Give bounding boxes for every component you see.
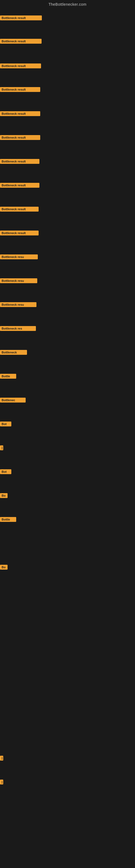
bottleneck-badge-3[interactable]: Bottleneck result [0, 63, 41, 68]
bottleneck-badge-row-15: Bottleneck [0, 350, 27, 356]
bottleneck-badge-19[interactable]: | [0, 445, 3, 450]
bottleneck-badge-24[interactable]: | [0, 756, 3, 761]
bottleneck-badge-row-2: Bottleneck result [0, 39, 42, 45]
bottleneck-badge-row-24: | [0, 756, 3, 762]
bottleneck-badge-row-21: Bo [0, 493, 8, 499]
bottleneck-badge-row-25: | [0, 780, 3, 785]
bottleneck-badge-15[interactable]: Bottleneck [0, 350, 27, 355]
bottleneck-badge-row-17: Bottlenec [0, 398, 26, 404]
bottleneck-badge-10[interactable]: Bottleneck result [0, 230, 39, 236]
bottleneck-badge-11[interactable]: Bottleneck resu [0, 254, 38, 259]
bottleneck-badge-14[interactable]: Bottleneck res [0, 326, 36, 331]
bottleneck-badge-12[interactable]: Bottleneck resu [0, 278, 37, 283]
bottleneck-badge-22[interactable]: Bottle [0, 517, 16, 522]
bottleneck-badge-row-14: Bottleneck res [0, 326, 36, 332]
bottleneck-badge-6[interactable]: Bottleneck result [0, 135, 40, 140]
bottleneck-badge-25[interactable]: | [0, 780, 3, 784]
bottleneck-badge-21[interactable]: Bo [0, 493, 8, 498]
bottleneck-badge-7[interactable]: Bottleneck result [0, 159, 39, 164]
bottleneck-badge-8[interactable]: Bottleneck result [0, 183, 39, 188]
bottleneck-badge-row-1: Bottleneck result [0, 16, 42, 22]
bottleneck-badge-row-6: Bottleneck result [0, 135, 40, 141]
bottleneck-badge-row-18: Bot [0, 422, 11, 428]
bottleneck-badge-20[interactable]: Bot [0, 469, 11, 474]
bottleneck-badge-row-3: Bottleneck result [0, 63, 41, 69]
bottleneck-badge-row-9: Bottleneck result [0, 207, 39, 213]
bottleneck-badge-row-12: Bottleneck resu [0, 278, 37, 284]
bottleneck-badge-17[interactable]: Bottlenec [0, 398, 26, 403]
bottleneck-badge-row-11: Bottleneck resu [0, 254, 38, 260]
bottleneck-badge-row-4: Bottleneck result [0, 87, 40, 93]
bottleneck-badge-row-22: Bottle [0, 517, 16, 523]
bottleneck-badge-row-16: Bottle [0, 374, 16, 380]
bottleneck-badge-2[interactable]: Bottleneck result [0, 39, 42, 44]
bottleneck-badge-5[interactable]: Bottleneck result [0, 111, 40, 116]
bottleneck-badge-row-10: Bottleneck result [0, 230, 39, 237]
bottleneck-badge-13[interactable]: Bottleneck resu [0, 302, 37, 307]
bottleneck-badge-1[interactable]: Bottleneck result [0, 16, 42, 20]
bottleneck-badge-row-8: Bottleneck result [0, 183, 39, 189]
bottleneck-badge-row-19: | [0, 445, 3, 452]
bottleneck-badge-row-23: Bo [0, 565, 8, 571]
bottleneck-badge-row-20: Bot [0, 469, 11, 475]
bottleneck-badge-row-5: Bottleneck result [0, 111, 40, 117]
bottleneck-badge-4[interactable]: Bottleneck result [0, 87, 40, 92]
site-title: TheBottlenecker.com [0, 0, 135, 9]
bottleneck-badge-row-13: Bottleneck resu [0, 302, 37, 308]
bottleneck-badge-16[interactable]: Bottle [0, 374, 16, 379]
bottleneck-badge-row-7: Bottleneck result [0, 159, 39, 165]
bottleneck-badge-23[interactable]: Bo [0, 565, 8, 569]
bottleneck-badge-18[interactable]: Bot [0, 422, 11, 426]
bottleneck-badge-9[interactable]: Bottleneck result [0, 207, 39, 212]
